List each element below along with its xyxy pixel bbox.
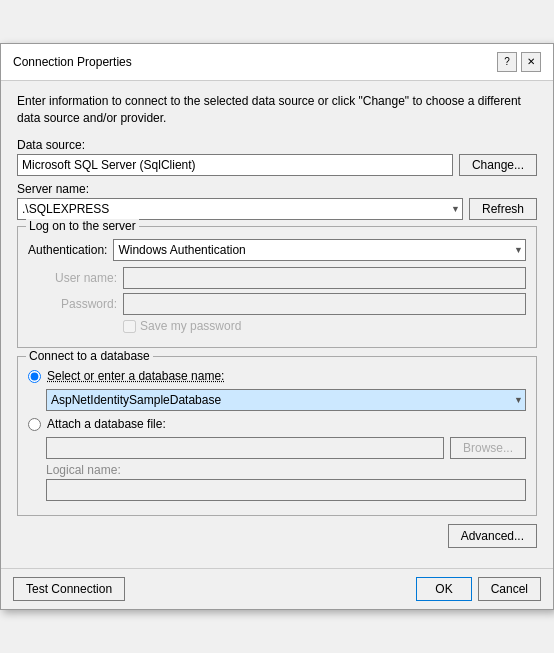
server-name-row: Server name: .\SQLEXPRESS ▼ Refresh xyxy=(17,182,537,220)
log-on-section-title: Log on to the server xyxy=(26,219,139,233)
title-bar: Connection Properties ? ✕ xyxy=(1,44,553,81)
auth-label: Authentication: xyxy=(28,243,107,257)
description-text: Enter information to connect to the sele… xyxy=(17,93,537,127)
data-source-input[interactable] xyxy=(17,154,453,176)
save-password-label: Save my password xyxy=(140,319,241,333)
database-section-content: Select or enter a database name: AspNetI… xyxy=(28,369,526,501)
browse-button[interactable]: Browse... xyxy=(450,437,526,459)
user-name-input[interactable] xyxy=(123,267,526,289)
user-name-label: User name: xyxy=(38,271,123,285)
attach-db-radio-row: Attach a database file: xyxy=(28,417,526,431)
password-label: Password: xyxy=(38,297,123,311)
test-connection-button[interactable]: Test Connection xyxy=(13,577,125,601)
select-db-radio-label: Select or enter a database name: xyxy=(47,369,224,383)
attach-file-input[interactable] xyxy=(46,437,444,459)
advanced-row: Advanced... xyxy=(17,524,537,548)
attach-db-radio-label: Attach a database file: xyxy=(47,417,166,431)
server-name-inline: .\SQLEXPRESS ▼ Refresh xyxy=(17,198,537,220)
save-password-row: Save my password xyxy=(28,319,526,333)
connection-properties-dialog: Connection Properties ? ✕ Enter informat… xyxy=(0,43,554,611)
data-source-inline: Change... xyxy=(17,154,537,176)
cancel-button[interactable]: Cancel xyxy=(478,577,541,601)
bottom-bar: Test Connection OK Cancel xyxy=(1,568,553,609)
ok-button[interactable]: OK xyxy=(416,577,471,601)
dialog-content: Enter information to connect to the sele… xyxy=(1,81,553,569)
logical-name-input[interactable] xyxy=(46,479,526,501)
server-name-label: Server name: xyxy=(17,182,537,196)
password-row: Password: xyxy=(28,293,526,315)
password-input[interactable] xyxy=(123,293,526,315)
advanced-button[interactable]: Advanced... xyxy=(448,524,537,548)
close-button[interactable]: ✕ xyxy=(521,52,541,72)
logical-name-row: Logical name: xyxy=(28,463,526,501)
save-password-checkbox[interactable] xyxy=(123,320,136,333)
attach-file-row: Browse... xyxy=(28,437,526,459)
database-section: Connect to a database Select or enter a … xyxy=(17,356,537,516)
auth-combo-wrapper: Windows Authentication ▼ xyxy=(113,239,526,261)
help-button[interactable]: ? xyxy=(497,52,517,72)
select-db-radio[interactable] xyxy=(28,370,41,383)
server-name-combo-wrapper: .\SQLEXPRESS ▼ xyxy=(17,198,463,220)
db-name-select[interactable]: AspNetIdentitySampleDatabase xyxy=(46,389,526,411)
database-select-row: AspNetIdentitySampleDatabase ▼ xyxy=(28,389,526,411)
authentication-row: Authentication: Windows Authentication ▼ xyxy=(28,239,526,261)
database-section-title: Connect to a database xyxy=(26,349,153,363)
title-bar-controls: ? ✕ xyxy=(497,52,541,72)
db-name-combo-wrapper: AspNetIdentitySampleDatabase ▼ xyxy=(46,389,526,411)
refresh-button[interactable]: Refresh xyxy=(469,198,537,220)
select-db-radio-row: Select or enter a database name: xyxy=(28,369,526,383)
logical-name-label: Logical name: xyxy=(46,463,526,477)
bottom-right-buttons: OK Cancel xyxy=(416,577,541,601)
log-on-section: Log on to the server Authentication: Win… xyxy=(17,226,537,348)
data-source-row: Data source: Change... xyxy=(17,138,537,176)
auth-select[interactable]: Windows Authentication xyxy=(113,239,526,261)
user-name-row: User name: xyxy=(28,267,526,289)
data-source-label: Data source: xyxy=(17,138,537,152)
server-name-select[interactable]: .\SQLEXPRESS xyxy=(17,198,463,220)
attach-db-radio[interactable] xyxy=(28,418,41,431)
change-button[interactable]: Change... xyxy=(459,154,537,176)
log-on-section-content: Authentication: Windows Authentication ▼… xyxy=(28,239,526,333)
dialog-title: Connection Properties xyxy=(13,55,132,69)
